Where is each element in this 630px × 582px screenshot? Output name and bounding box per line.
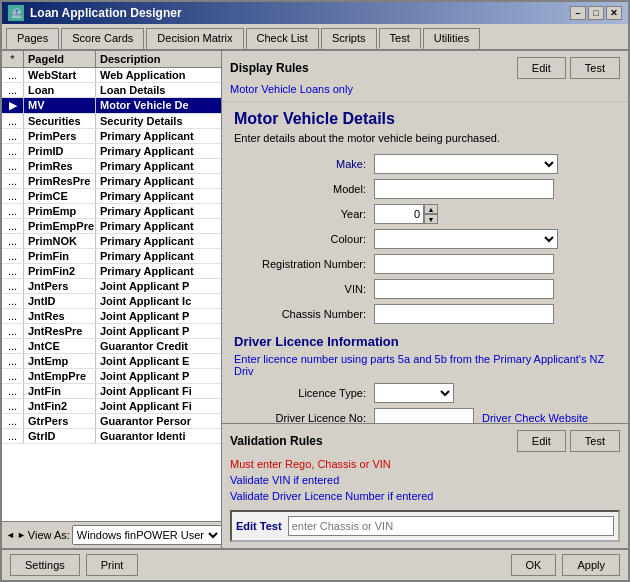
col-star-header: * <box>2 51 24 67</box>
tab-scripts[interactable]: Scripts <box>321 28 377 49</box>
col-desc-header: Description <box>96 51 221 67</box>
display-rules-section: Display Rules Edit Test Motor Vehicle Lo… <box>222 51 628 102</box>
tab-scorecards[interactable]: Score Cards <box>61 28 144 49</box>
year-decrement-btn[interactable]: ▼ <box>424 214 438 224</box>
left-panel: * PageId Description ... WebStart Web Ap… <box>2 51 222 548</box>
validation-rule-2: Validate VIN if entered <box>230 472 620 488</box>
tab-pages[interactable]: Pages <box>6 28 59 49</box>
close-button[interactable]: ✕ <box>606 6 622 20</box>
table-row[interactable]: ... PrimPers Primary Applicant <box>2 129 221 144</box>
table-row[interactable]: ... GtrPers Guarantor Persor <box>2 414 221 429</box>
vin-input[interactable] <box>374 279 554 299</box>
table-row[interactable]: ... PrimFin Primary Applicant <box>2 249 221 264</box>
licence-type-select[interactable] <box>374 383 454 403</box>
table-row[interactable]: ... JntFin Joint Applicant Fi <box>2 384 221 399</box>
minimize-button[interactable]: – <box>570 6 586 20</box>
display-rules-edit-btn[interactable]: Edit <box>517 57 566 79</box>
tabs-bar: Pages Score Cards Decision Matrix Check … <box>2 24 628 51</box>
tab-decisionmatrix[interactable]: Decision Matrix <box>146 28 243 49</box>
licence-no-input[interactable] <box>374 408 474 423</box>
table-row[interactable]: ... JntFin2 Joint Applicant Fi <box>2 399 221 414</box>
view-as-select[interactable]: Windows finPOWER User <box>72 525 222 545</box>
colour-select[interactable] <box>374 229 558 249</box>
table-row[interactable]: ... Securities Security Details <box>2 114 221 129</box>
display-rules-title: Display Rules <box>230 61 309 75</box>
make-row: Make: <box>234 154 616 174</box>
registration-row: Registration Number: <box>234 254 616 274</box>
form-section: Motor Vehicle Details Enter details abou… <box>222 102 628 423</box>
chassis-row: Chassis Number: <box>234 304 616 324</box>
chassis-vin-input[interactable] <box>288 516 614 536</box>
make-label: Make: <box>234 158 374 170</box>
scroll-right-icon[interactable]: ► <box>17 530 26 540</box>
model-label: Model: <box>234 183 374 195</box>
main-content: * PageId Description ... WebStart Web Ap… <box>2 51 628 548</box>
section-title: Motor Vehicle Details <box>234 110 616 128</box>
table-row[interactable]: ... PrimEmp Primary Applicant <box>2 204 221 219</box>
chassis-input[interactable] <box>374 304 554 324</box>
colour-label: Colour: <box>234 233 374 245</box>
print-button[interactable]: Print <box>86 554 139 576</box>
table-row[interactable]: ... PrimCE Primary Applicant <box>2 189 221 204</box>
licence-no-label: Driver Licence No: <box>234 412 374 423</box>
validation-rule-3: Validate Driver Licence Number if entere… <box>230 488 620 504</box>
right-panel: Display Rules Edit Test Motor Vehicle Lo… <box>222 51 628 548</box>
maximize-button[interactable]: □ <box>588 6 604 20</box>
make-select[interactable] <box>374 154 558 174</box>
colour-row: Colour: <box>234 229 616 249</box>
table-row[interactable]: ... PrimID Primary Applicant <box>2 144 221 159</box>
validation-test-btn[interactable]: Test <box>570 430 620 452</box>
view-as-label: View As: <box>28 529 70 541</box>
validation-header: Validation Rules Edit Test <box>230 430 620 452</box>
scroll-left-icon[interactable]: ◄ <box>6 530 15 540</box>
licence-type-label: Licence Type: <box>234 387 374 399</box>
licence-type-row: Licence Type: <box>234 383 616 403</box>
table-row[interactable]: ... PrimEmpPre Primary Applicant <box>2 219 221 234</box>
year-label: Year: <box>234 208 374 220</box>
apply-button[interactable]: Apply <box>562 554 620 576</box>
table-row[interactable]: ... JntResPre Joint Applicant P <box>2 324 221 339</box>
validation-edit-btn[interactable]: Edit <box>517 430 566 452</box>
driver-section-desc: Enter licence number using parts 5a and … <box>234 353 616 377</box>
tab-utilities[interactable]: Utilities <box>423 28 480 49</box>
table-row[interactable]: ... PrimResPre Primary Applicant <box>2 174 221 189</box>
table-row[interactable]: ... JntCE Guarantor Credit <box>2 339 221 354</box>
model-row: Model: <box>234 179 616 199</box>
tab-checklist[interactable]: Check List <box>246 28 319 49</box>
table-row[interactable]: ... WebStart Web Application <box>2 68 221 83</box>
year-input[interactable] <box>374 204 424 224</box>
driver-check-link[interactable]: Driver Check Website <box>482 412 588 423</box>
driver-section-title: Driver Licence Information <box>234 334 616 349</box>
table-row[interactable]: ... Loan Loan Details <box>2 83 221 98</box>
display-rules-test-btn[interactable]: Test <box>570 57 620 79</box>
year-spinner: ▲ ▼ <box>374 204 438 224</box>
table-row[interactable]: ... PrimFin2 Primary Applicant <box>2 264 221 279</box>
registration-input[interactable] <box>374 254 554 274</box>
validation-rule-1: Must enter Rego, Chassis or VIN <box>230 456 620 472</box>
edit-test-box: Edit Test <box>230 510 620 542</box>
table-row[interactable]: ... JntEmp Joint Applicant E <box>2 354 221 369</box>
vin-row: VIN: <box>234 279 616 299</box>
app-icon: 🏦 <box>8 5 24 21</box>
settings-button[interactable]: Settings <box>10 554 80 576</box>
window-title: Loan Application Designer <box>30 6 182 20</box>
year-increment-btn[interactable]: ▲ <box>424 204 438 214</box>
table-row[interactable]: ... GtrID Guarantor Identi <box>2 429 221 444</box>
tab-test[interactable]: Test <box>379 28 421 49</box>
table-row[interactable]: ... PrimRes Primary Applicant <box>2 159 221 174</box>
model-input[interactable] <box>374 179 554 199</box>
view-as-bar: ◄ ► View As: Windows finPOWER User <box>2 521 221 548</box>
ok-button[interactable]: OK <box>511 554 557 576</box>
bottom-left-buttons: Settings Print <box>10 554 138 576</box>
table-row[interactable]: ... JntRes Joint Applicant P <box>2 309 221 324</box>
bottom-right-buttons: OK Apply <box>511 554 620 576</box>
title-controls: – □ ✕ <box>570 6 622 20</box>
table-row[interactable]: ... PrimNOK Primary Applicant <box>2 234 221 249</box>
display-rules-header: Display Rules Edit Test <box>230 57 620 79</box>
table-row[interactable]: ... JntID Joint Applicant Ic <box>2 294 221 309</box>
section-desc: Enter details about the motor vehicle be… <box>234 132 616 144</box>
table-row[interactable]: ... JntPers Joint Applicant P <box>2 279 221 294</box>
table-row-mv[interactable]: ▶ MV Motor Vehicle De <box>2 98 221 114</box>
table-header: * PageId Description <box>2 51 221 68</box>
table-row[interactable]: ... JntEmpPre Joint Applicant P <box>2 369 221 384</box>
